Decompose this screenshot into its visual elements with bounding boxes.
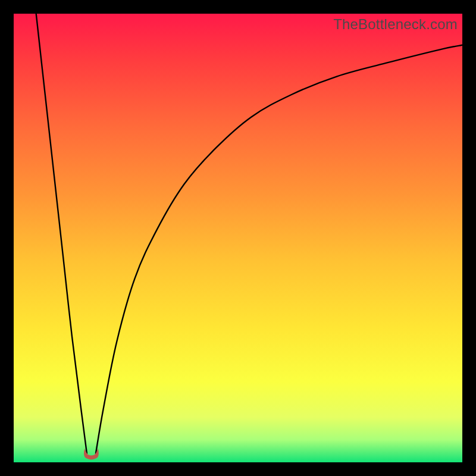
gradient-background [14,14,462,462]
plot-area: TheBottleneck.com [14,14,462,462]
watermark-label: TheBottleneck.com [333,16,458,33]
bottleneck-curve-chart [14,14,462,462]
chart-frame: TheBottleneck.com [0,0,476,476]
